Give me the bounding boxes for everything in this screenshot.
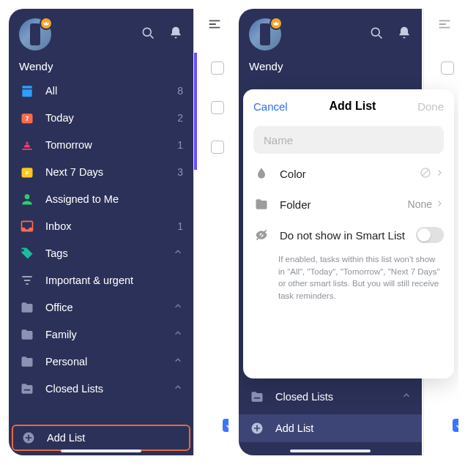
sidebar-item-today[interactable]: 7 Today 2 (9, 104, 193, 131)
checkbox[interactable] (211, 141, 224, 154)
eye-off-icon (253, 227, 269, 243)
archive-folder-icon (19, 381, 35, 397)
sidebar-item-personal[interactable]: Personal (9, 348, 193, 375)
home-indicator (61, 450, 141, 452)
hide-toggle[interactable] (416, 227, 444, 243)
sidebar-item-next7[interactable]: F Next 7 Days 3 (9, 158, 193, 185)
topbar (239, 9, 422, 60)
svg-line-15 (423, 169, 429, 176)
selection-indicator (194, 53, 197, 170)
sidebar-item-label: All (45, 85, 57, 97)
search-icon[interactable] (369, 26, 384, 43)
sidebar-item-label: Tomorrow (45, 139, 92, 151)
tags-icon (19, 245, 35, 261)
checkbox[interactable] (211, 61, 224, 75)
screen-addlist-modal: Wendy Personal Closed Lists Add List (239, 9, 458, 455)
svg-line-11 (379, 35, 382, 38)
no-color-icon (419, 166, 432, 182)
sidebar-item-label: Assigned to Me (45, 193, 119, 205)
hide-label: Do not show in Smart List (280, 229, 405, 242)
add-list-modal: Cancel Add List Done Color Folder None (243, 89, 454, 378)
done-button[interactable]: Done (417, 100, 444, 113)
svg-point-0 (143, 28, 151, 36)
sidebar-item-label: Personal (45, 356, 87, 368)
folder-icon (253, 196, 269, 212)
count-badge: 2 (177, 112, 183, 124)
svg-point-10 (371, 28, 379, 36)
checkbox[interactable] (441, 61, 454, 75)
folder-row[interactable]: Folder None (243, 189, 454, 220)
crown-badge-icon (269, 17, 283, 30)
username-label: Wendy (239, 60, 422, 77)
cancel-button[interactable]: Cancel (253, 100, 288, 113)
folder-label: Folder (280, 198, 311, 211)
calendar-week-icon: F (19, 164, 35, 180)
modal-header: Cancel Add List Done (243, 89, 454, 123)
sidebar-item-all[interactable]: All 8 (9, 77, 193, 104)
avatar[interactable] (249, 18, 281, 51)
folder-icon (19, 327, 35, 343)
sidebar-item-assigned[interactable]: Assigned to Me (9, 185, 193, 212)
filter-icon (19, 272, 35, 288)
sidebar-item-inbox[interactable]: Inbox 1 (9, 212, 193, 239)
calendar-today-icon: 7 (19, 110, 35, 126)
sidebar-item-closed[interactable]: Closed Lists (239, 383, 422, 410)
sidebar-item-label: Office (45, 302, 73, 313)
search-icon[interactable] (141, 26, 155, 43)
plus-circle-icon (21, 430, 37, 446)
chevron-up-icon (173, 301, 183, 313)
chevron-up-icon (173, 382, 183, 395)
svg-point-6 (25, 194, 30, 199)
plus-circle-icon (249, 420, 265, 436)
archive-folder-icon (249, 389, 265, 405)
folder-icon (19, 354, 35, 370)
sidebar-item-label: Next 7 Days (45, 166, 103, 178)
tray-icon (19, 83, 35, 99)
sidebar-item-label: Important & urgent (45, 275, 133, 286)
sidebar-item-label: Closed Lists (45, 383, 103, 395)
count-badge: 8 (177, 85, 183, 97)
modal-title: Add List (329, 100, 376, 113)
sidebar-item-important[interactable]: Important & urgent (9, 266, 193, 294)
sidebar-item-office[interactable]: Office (9, 294, 193, 321)
chevron-right-icon (435, 168, 444, 179)
chevron-up-icon (173, 355, 183, 368)
add-list-button[interactable]: Add List (12, 425, 190, 451)
svg-rect-8 (24, 389, 30, 390)
username-label: Wendy (9, 60, 193, 77)
sidebar-item-label: Family (45, 329, 77, 340)
list-name-field[interactable] (253, 126, 444, 154)
sidebar-item-closed[interactable]: Closed Lists (9, 375, 193, 402)
sidebar-item-family[interactable]: Family (9, 321, 193, 348)
add-list-button[interactable]: Add List (239, 414, 422, 442)
chevron-up-icon (401, 390, 412, 403)
color-row[interactable]: Color (243, 158, 454, 189)
menu-icon[interactable] (207, 16, 223, 35)
home-indicator (290, 450, 371, 452)
sidebar-item-tags[interactable]: Tags (9, 239, 193, 266)
add-list-label: Add List (47, 432, 85, 444)
folder-value: None (408, 198, 432, 210)
chevron-up-icon (173, 328, 183, 340)
bell-icon[interactable] (397, 26, 412, 43)
checkbox-checked[interactable] (223, 419, 228, 432)
sidebar-item-label: Inbox (45, 220, 71, 232)
checkbox[interactable] (211, 101, 224, 114)
count-badge: 3 (177, 166, 183, 178)
count-badge: 1 (177, 139, 183, 151)
bell-icon[interactable] (168, 26, 183, 43)
avatar[interactable] (19, 18, 51, 51)
person-icon (19, 191, 35, 207)
chevron-right-icon (435, 198, 444, 210)
sidebar-item-tomorrow[interactable]: Tomorrow 1 (9, 131, 193, 158)
count-badge: 1 (177, 220, 183, 232)
screen-sidebar: Wendy All 8 7 Today 2 Tomorrow 1 F Next … (9, 9, 228, 455)
inbox-icon (19, 218, 35, 234)
content-panel (193, 9, 228, 455)
checkbox-checked[interactable] (453, 419, 458, 432)
sidebar-item-label: Tags (45, 247, 68, 259)
hide-description: If enabled, tasks within this list won't… (243, 250, 454, 302)
svg-rect-12 (254, 397, 260, 398)
svg-text:F: F (26, 170, 29, 176)
menu-icon[interactable] (436, 16, 453, 35)
